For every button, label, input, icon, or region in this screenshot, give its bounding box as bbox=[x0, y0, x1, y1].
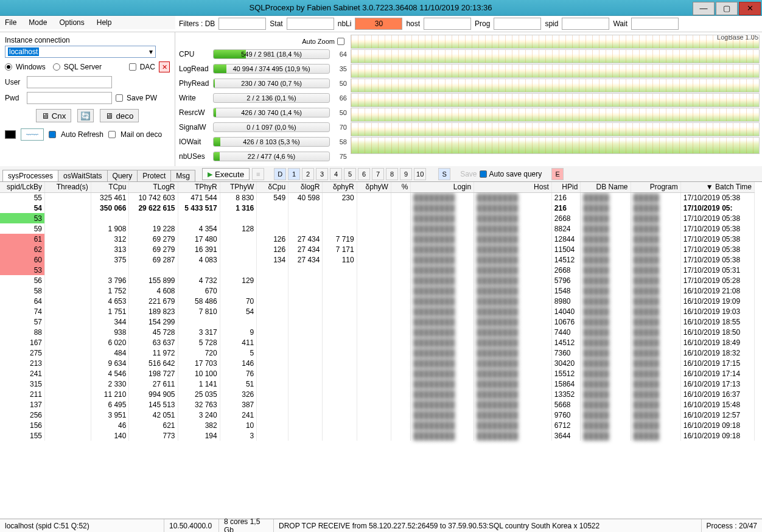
savepw-checkbox[interactable] bbox=[116, 94, 123, 102]
maximize-button[interactable]: ▢ bbox=[716, 2, 738, 15]
status-hardware: 8 cores 1,5 Gb bbox=[219, 519, 274, 532]
table-row[interactable]: 741 751189 8237 81054████████████████140… bbox=[0, 306, 755, 317]
col-13[interactable]: HPid bbox=[551, 182, 581, 192]
table-row[interactable]: 2563 95142 0513 240241████████████████97… bbox=[0, 410, 755, 420]
process-grid[interactable]: spid/LckByThread(s)TCpuTLogRTPhyRTPhyWδC… bbox=[0, 182, 762, 520]
e-button[interactable]: E bbox=[551, 168, 564, 180]
col-9[interactable]: δphyW bbox=[357, 182, 391, 192]
close-button[interactable]: ✕ bbox=[739, 2, 761, 15]
slot-button-4[interactable]: 4 bbox=[330, 168, 342, 180]
table-row[interactable]: 2414 546198 72710 10076████████████████1… bbox=[0, 368, 755, 379]
table-row[interactable]: 591 90819 2284 354128████████████████882… bbox=[0, 223, 755, 234]
table-row[interactable]: 53████████████████2668██████████17/10/20… bbox=[0, 213, 755, 223]
instance-combo[interactable]: localhost ▾ bbox=[5, 46, 156, 58]
menu-help[interactable]: Help bbox=[97, 18, 112, 27]
radio-windows[interactable] bbox=[5, 63, 12, 71]
metric-meter-IOWait: 426 / 8 103 (5,3 %) bbox=[213, 137, 330, 147]
table-row[interactable]: 27548411 9727205████████████████7360████… bbox=[0, 348, 755, 358]
execute-button[interactable]: ▶Execute bbox=[202, 168, 250, 180]
table-row[interactable]: 644 653221 67958 48670████████████████89… bbox=[0, 296, 755, 306]
slot-button-9[interactable]: 9 bbox=[400, 168, 412, 180]
col-15[interactable]: Program bbox=[631, 182, 680, 192]
table-row[interactable]: 53████████████████2668██████████17/10/20… bbox=[0, 265, 755, 275]
slot-button-7[interactable]: 7 bbox=[372, 168, 384, 180]
col-2[interactable]: TCpu bbox=[91, 182, 129, 192]
table-row[interactable]: 8893845 7283 3179████████████████7440███… bbox=[0, 327, 755, 337]
pause-button[interactable]: ≡ bbox=[252, 168, 264, 180]
slot-button-D[interactable]: D bbox=[274, 168, 286, 180]
deco-button[interactable]: 🖥 deco bbox=[100, 109, 139, 122]
table-row[interactable]: 1564662138210████████████████6712███████… bbox=[0, 420, 755, 430]
col-6[interactable]: δCpu bbox=[257, 182, 288, 192]
radio-sqlserver[interactable] bbox=[53, 63, 60, 71]
table-row[interactable]: 6231369 27916 39112627 4347 171█████████… bbox=[0, 244, 755, 254]
menu-mode[interactable]: Mode bbox=[29, 18, 47, 27]
pwd-input[interactable] bbox=[27, 92, 112, 104]
menu-options[interactable]: Options bbox=[59, 18, 84, 27]
refresh-button[interactable]: 🔄 bbox=[77, 109, 94, 122]
col-8[interactable]: δphyR bbox=[323, 182, 357, 192]
autosave-checkbox[interactable] bbox=[480, 170, 487, 178]
mailondeco-checkbox[interactable] bbox=[108, 131, 116, 138]
table-row[interactable]: 563 796155 8994 732129████████████████57… bbox=[0, 275, 755, 285]
table-row[interactable]: 3152 33027 6111 14151████████████████158… bbox=[0, 379, 755, 389]
slot-button-6[interactable]: 6 bbox=[358, 168, 370, 180]
col-11[interactable]: Login bbox=[411, 182, 474, 192]
filter-spid-input[interactable] bbox=[562, 18, 609, 30]
tab-oswaitstats[interactable]: osWaitStats bbox=[58, 170, 108, 181]
s-button[interactable]: S bbox=[438, 168, 450, 180]
dac-checkbox[interactable] bbox=[129, 63, 136, 71]
table-row[interactable]: 6131269 27917 48012627 4347 719█████████… bbox=[0, 234, 755, 244]
tab-query[interactable]: Query bbox=[107, 170, 138, 181]
col-1[interactable]: Thread(s) bbox=[45, 182, 91, 192]
slot-button-10[interactable]: 10 bbox=[414, 168, 426, 180]
tabs-bar: sysProcesses osWaitStats Query Protect M… bbox=[0, 166, 762, 182]
filter-prog-input[interactable] bbox=[494, 18, 541, 30]
user-input[interactable] bbox=[27, 76, 112, 88]
filter-db-input[interactable] bbox=[218, 18, 266, 30]
tab-sysprocesses[interactable]: sysProcesses bbox=[2, 170, 58, 181]
table-row[interactable]: 581 7524 608670████████████████1548█████… bbox=[0, 285, 755, 296]
color-swatch[interactable] bbox=[5, 130, 16, 139]
col-7[interactable]: δlogR bbox=[288, 182, 323, 192]
cnx-button[interactable]: 🖥 Cnx bbox=[36, 109, 72, 122]
col-5[interactable]: TPhyW bbox=[220, 182, 257, 192]
col-12[interactable]: Host bbox=[474, 182, 552, 192]
autorefresh-checkbox[interactable] bbox=[49, 131, 56, 138]
slot-button-1[interactable]: 1 bbox=[288, 168, 300, 180]
filter-nbli-input[interactable]: 30 bbox=[355, 18, 402, 30]
menu-file[interactable]: File bbox=[5, 18, 16, 27]
wave-icon[interactable]: 〰〰 bbox=[21, 128, 44, 141]
col-10[interactable]: % bbox=[391, 182, 410, 192]
metric-meter-ResrcW: 426 / 30 740 (1,4 %) bbox=[213, 108, 330, 117]
autozoom-checkbox[interactable] bbox=[337, 38, 344, 45]
slot-button-8[interactable]: 8 bbox=[386, 168, 398, 180]
slot-button-2[interactable]: 2 bbox=[302, 168, 314, 180]
table-row[interactable]: 6037569 2874 08313427 434110████████████… bbox=[0, 254, 755, 265]
table-row[interactable]: 57344154 299████████████████10676███████… bbox=[0, 317, 755, 327]
table-row[interactable]: 2139 634516 64217 703146████████████████… bbox=[0, 358, 755, 368]
col-14[interactable]: DB Name bbox=[581, 182, 631, 192]
slot-button-3[interactable]: 3 bbox=[316, 168, 328, 180]
table-row[interactable]: 1376 495145 51332 763387████████████████… bbox=[0, 399, 755, 410]
col-0[interactable]: spid/LckBy bbox=[0, 182, 45, 192]
table-row[interactable]: 21111 210994 90525 035326███████████████… bbox=[0, 389, 755, 399]
table-row[interactable]: 1676 02063 6375 728411████████████████14… bbox=[0, 337, 755, 348]
filter-label-prog: Prog bbox=[475, 19, 490, 28]
slot-button-5[interactable]: 5 bbox=[344, 168, 356, 180]
col-4[interactable]: TPhyR bbox=[178, 182, 220, 192]
filter-host-input[interactable] bbox=[424, 18, 471, 30]
table-row[interactable]: 1551407731943████████████████3644███████… bbox=[0, 430, 755, 441]
graph-nbUSes bbox=[351, 137, 760, 154]
tab-msg[interactable]: Msg bbox=[170, 170, 195, 181]
filter-wait-input[interactable] bbox=[631, 18, 679, 30]
table-row[interactable]: 55325 46110 742 603471 5448 83054940 598… bbox=[0, 192, 755, 203]
table-row[interactable]: 54350 06629 622 6155 433 5171 316███████… bbox=[0, 203, 755, 213]
col-16[interactable]: ▼ Batch Time bbox=[680, 182, 754, 192]
filter-stat-input[interactable] bbox=[287, 18, 334, 30]
minimize-button[interactable]: — bbox=[693, 2, 715, 15]
tab-protect[interactable]: Protect bbox=[137, 170, 171, 181]
clear-button[interactable]: ✕ bbox=[159, 61, 170, 72]
col-3[interactable]: TLogR bbox=[129, 182, 178, 192]
filter-label-nbli: nbLi bbox=[338, 19, 352, 28]
